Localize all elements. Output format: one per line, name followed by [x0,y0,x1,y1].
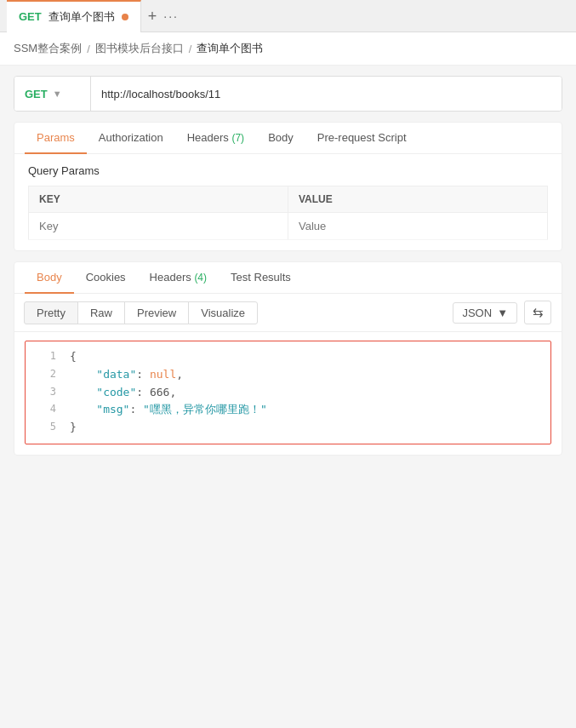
json-data-line: "data": null, [70,366,540,384]
value-input[interactable] [299,220,537,232]
wrap-button[interactable]: ⇆ [524,301,551,324]
preview-view-button[interactable]: Preview [124,301,189,324]
raw-view-button[interactable]: Raw [77,301,125,324]
json-line-2: 2 "data": null, [36,366,540,384]
table-row [29,213,548,240]
key-input[interactable] [39,220,277,232]
wrap-icon: ⇆ [533,305,544,320]
method-chevron-icon: ▼ [53,89,62,99]
tab-test-results[interactable]: Test Results [219,262,303,294]
line-number: 2 [36,366,56,384]
breadcrumb-item-2[interactable]: 图书模块后台接口 [95,41,184,56]
breadcrumb: SSM整合案例 / 图书模块后台接口 / 查询单个图书 [0,32,576,66]
query-params-title: Query Params [28,164,548,177]
params-section: Params Authorization Headers (7) Body Pr… [14,122,562,251]
active-tab[interactable]: GET 查询单个图书 [7,0,141,32]
tab-modified-dot [122,14,128,20]
json-response-area: 1 { 2 "data": null, 3 "code": 666, 4 "ms… [25,341,551,444]
more-tabs-button[interactable]: ··· [163,9,179,23]
breadcrumb-sep-2: / [189,43,192,55]
params-table: KEY VALUE [28,186,548,240]
breadcrumb-current: 查询单个图书 [197,41,263,56]
tab-headers[interactable]: Headers (7) [175,123,256,154]
headers-badge: (7) [231,132,244,144]
breadcrumb-item-1[interactable]: SSM整合案例 [14,41,82,56]
line-number: 3 [36,384,56,402]
method-label: GET [25,88,48,100]
format-label: JSON [462,307,492,319]
json-brace-open: { [70,348,540,366]
tab-title-label: 查询单个图书 [48,9,115,25]
format-dropdown[interactable]: JSON ▼ [453,302,517,324]
tab-response-headers[interactable]: Headers (4) [138,262,219,294]
tab-pre-request[interactable]: Pre-request Script [305,123,419,154]
breadcrumb-sep-1: / [87,43,90,55]
line-number: 4 [36,401,56,419]
view-toolbar: Pretty Raw Preview Visualize JSON ▼ ⇆ [14,294,562,332]
new-tab-button[interactable]: + [148,9,157,24]
url-input[interactable] [91,77,562,111]
response-section: Body Cookies Headers (4) Test Results Pr… [14,261,562,456]
method-dropdown[interactable]: GET ▼ [14,77,91,111]
tab-bar: GET 查询单个图书 + ··· [0,0,576,32]
line-number: 5 [36,419,56,437]
json-code-line: "code": 666, [70,384,540,402]
key-col-header: KEY [29,186,288,213]
json-msg-line: "msg": "嘿黑，异常你哪里跑！" [70,401,540,419]
query-params-area: Query Params KEY VALUE [14,154,562,250]
tab-method-label: GET [19,10,42,23]
tab-actions: + ··· [148,9,179,24]
json-line-1: 1 { [36,348,540,366]
line-number: 1 [36,348,56,366]
tab-cookies[interactable]: Cookies [74,262,138,294]
params-nav: Params Authorization Headers (7) Body Pr… [14,123,562,154]
tab-params[interactable]: Params [25,123,87,154]
json-line-5: 5 } [36,419,540,437]
format-chevron-icon: ▼ [497,307,508,319]
json-brace-close: } [70,419,540,437]
response-nav: Body Cookies Headers (4) Test Results [14,262,562,294]
visualize-view-button[interactable]: Visualize [188,301,258,324]
tab-authorization[interactable]: Authorization [87,123,175,154]
tab-body[interactable]: Body [256,123,305,154]
tab-response-body[interactable]: Body [25,262,74,294]
json-line-4: 4 "msg": "嘿黑，异常你哪里跑！" [36,401,540,419]
value-col-header: VALUE [288,186,548,213]
pretty-view-button[interactable]: Pretty [24,301,78,324]
json-line-3: 3 "code": 666, [36,384,540,402]
response-headers-badge: (4) [194,272,207,284]
request-bar: GET ▼ [14,76,562,112]
